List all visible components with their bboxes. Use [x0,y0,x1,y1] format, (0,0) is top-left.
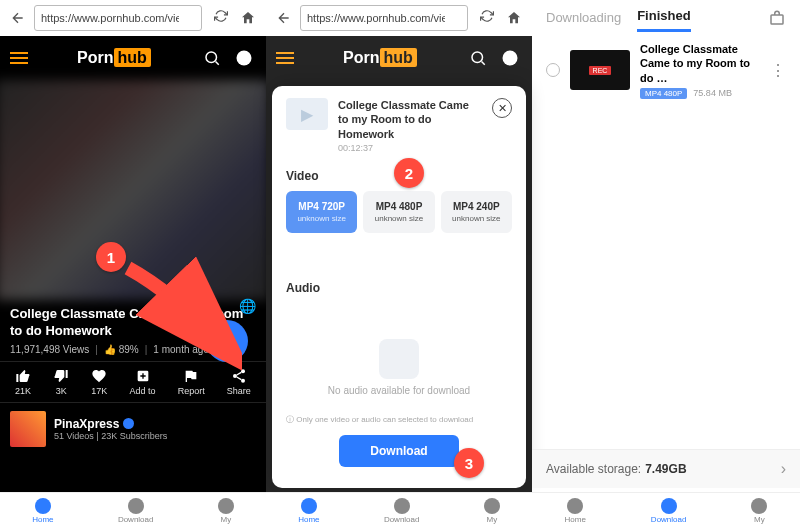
hamburger-icon[interactable] [276,52,294,64]
quality-option-480p[interactable]: MP4 480Punknown size [363,191,434,233]
download-sheet: ▶ College Classmate Came to my Room to d… [272,86,526,488]
svg-rect-8 [771,15,783,24]
callout-2: 2 [394,158,424,188]
storage-bar[interactable]: Available storage:7.49GB › [532,449,800,488]
close-icon[interactable]: ✕ [492,98,512,118]
hamburger-icon[interactable] [10,52,28,64]
search-icon[interactable] [200,46,224,70]
url-input[interactable] [300,5,468,31]
svg-point-6 [472,52,483,63]
channel-avatar[interactable] [10,411,46,447]
site-logo: Pornhub [302,49,458,67]
svg-point-1 [237,51,252,66]
profile-icon[interactable] [232,46,256,70]
hint-text: ⓘ Only one video or audio can selected t… [286,414,512,425]
svg-point-7 [503,51,518,66]
svg-point-4 [233,374,237,378]
callout-3: 3 [454,448,484,478]
kebab-icon[interactable]: ⋮ [770,61,786,80]
tab-finished[interactable]: Finished [637,8,690,32]
like-action[interactable]: 21K [15,368,31,396]
home-icon[interactable] [502,6,526,30]
nav-download[interactable]: Download [384,498,420,524]
callout-1: 1 [96,242,126,272]
tab-downloading[interactable]: Downloading [546,10,621,31]
back-arrow-icon[interactable] [6,6,30,30]
dislike-action[interactable]: 3K [53,368,69,396]
reload-icon[interactable] [480,9,494,27]
verified-icon [123,418,134,429]
svg-point-0 [206,52,217,63]
select-radio[interactable] [546,63,560,77]
format-badge: MP4 480P [640,88,687,99]
nav-home[interactable]: Home [32,498,53,524]
nav-my[interactable]: My [218,498,234,524]
svg-point-5 [241,378,245,382]
home-icon[interactable] [236,6,260,30]
nav-download[interactable]: Download [651,498,687,524]
audio-section-label: Audio [286,281,512,295]
channel-name[interactable]: PinaXpress [54,417,167,431]
quality-option-240p[interactable]: MP4 240Punknown size [441,191,512,233]
sheet-title: College Classmate Came to my Room to do … [338,98,482,141]
profile-icon[interactable] [498,46,522,70]
quality-option-720p[interactable]: MP4 720Punknown size [286,191,357,233]
channel-sub: 51 Videos | 23K Subscribers [54,431,167,441]
sheet-thumbnail-icon: ▶ [286,98,328,130]
chevron-right-icon: › [781,460,786,478]
sheet-duration: 00:12:37 [338,143,482,153]
site-logo: Pornhub [36,49,192,67]
reload-icon[interactable] [214,9,228,27]
nav-download[interactable]: Download [118,498,154,524]
search-icon[interactable] [466,46,490,70]
fav-action[interactable]: 17K [91,368,107,396]
download-button[interactable]: Download [339,435,459,467]
url-input[interactable] [34,5,202,31]
nav-home[interactable]: Home [298,498,319,524]
download-title: College Classmate Came to my Room to do … [640,42,760,85]
nav-my[interactable]: My [751,498,767,524]
noaudio-icon [379,339,419,379]
file-size: 75.84 MB [693,88,732,98]
nav-home[interactable]: Home [565,498,586,524]
download-thumbnail: REC [570,50,630,90]
noaudio-text: No audio available for download [328,385,470,396]
toolbox-icon[interactable] [768,9,786,31]
back-arrow-icon[interactable] [272,6,296,30]
download-item[interactable]: REC College Classmate Came to my Room to… [532,32,800,109]
nav-my[interactable]: My [484,498,500,524]
